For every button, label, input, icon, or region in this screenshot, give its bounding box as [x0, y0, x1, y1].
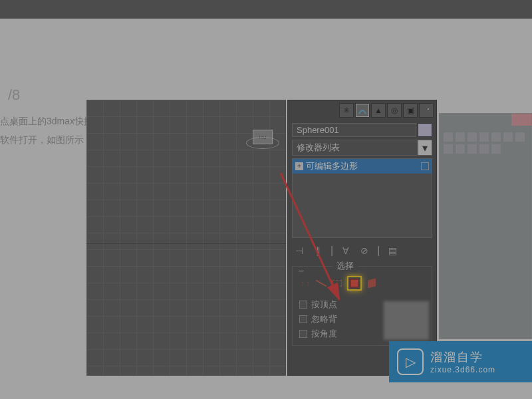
remove-modifier-icon[interactable]: ⊘: [358, 245, 370, 257]
expand-icon[interactable]: +: [295, 162, 303, 170]
border-mode-icon[interactable]: [331, 277, 343, 289]
edge-mode-icon[interactable]: [315, 277, 327, 289]
object-name-input[interactable]: [292, 123, 416, 137]
polygon-mode-icon: [350, 279, 359, 288]
stack-item-label: 可编辑多边形: [306, 160, 358, 172]
object-name-row: [292, 123, 432, 137]
vertex-mode-icon[interactable]: ⋮⋮: [299, 277, 311, 289]
brand-banner: ▷ 溜溜自学 zixue.3d66.com: [389, 341, 532, 382]
rollout-title[interactable]: 选择: [332, 260, 358, 272]
configure-sets-icon[interactable]: ▤: [386, 245, 398, 257]
horizon-axis: [86, 243, 286, 244]
instruction-line: 软件打开，如图所示：: [0, 130, 93, 149]
subobject-selection-row: ⋮⋮: [297, 271, 428, 297]
play-icon: ▷: [397, 348, 424, 375]
3d-viewport[interactable]: HU: [86, 100, 286, 376]
utilities-tab-icon[interactable]: [419, 103, 434, 118]
instruction-line: 点桌面上的3dmax快捷: [0, 112, 93, 130]
brand-url: zixue.3d66.com: [430, 365, 495, 374]
modifier-list-label: 修改器列表: [292, 140, 418, 156]
object-ring: [246, 137, 279, 149]
modifier-list-dropdown[interactable]: 修改器列表 ▾: [292, 140, 432, 156]
step-total: /8: [8, 86, 20, 103]
background-ui-panel: [439, 113, 532, 339]
by-angle-checkbox[interactable]: [299, 330, 307, 338]
make-unique-icon[interactable]: ∀: [340, 245, 352, 257]
modifier-stack[interactable]: + 可编辑多边形: [292, 158, 432, 238]
polygon-mode-button[interactable]: [347, 276, 362, 291]
command-panel: ✳ ▲ ◎ ▣ 修改器列表 ▾ + 可编辑多边形 ⊣ ∥ | ∀ ⊘ | ▤ −: [287, 100, 437, 376]
ignore-backfacing-label: 忽略背: [311, 313, 337, 325]
object-color-swatch[interactable]: [418, 123, 432, 137]
stack-item-editable-poly[interactable]: + 可编辑多边形: [293, 159, 432, 174]
collapse-icon[interactable]: −: [298, 265, 304, 277]
by-angle-label: 按角度: [311, 328, 337, 340]
ignore-backfacing-checkbox[interactable]: [299, 315, 307, 323]
step-number: /8: [8, 86, 20, 104]
instructions-text: 点桌面上的3dmax快捷 软件打开，如图所示：: [0, 112, 93, 149]
close-icon: [511, 114, 531, 126]
motion-tab-icon[interactable]: ◎: [387, 103, 402, 118]
top-bar: [0, 0, 532, 19]
category-tabs: ✳ ▲ ◎ ▣: [288, 100, 436, 120]
hierarchy-tab-icon[interactable]: ▲: [371, 103, 386, 118]
stack-tools: ⊣ ∥ | ∀ ⊘ | ▤: [292, 242, 432, 259]
pin-stack-icon[interactable]: ⊣: [293, 245, 305, 257]
modify-tab-icon[interactable]: [355, 103, 370, 118]
display-tab-icon[interactable]: ▣: [403, 103, 418, 118]
show-end-result-icon[interactable]: ∥: [312, 245, 324, 257]
blurred-region: [384, 301, 429, 340]
selection-rollout: − 选择 ⋮⋮ 按顶点 忽略背 按角度: [292, 266, 432, 346]
brand-name: 溜溜自学: [430, 349, 495, 365]
chevron-down-icon[interactable]: ▾: [418, 140, 432, 156]
element-mode-icon[interactable]: [366, 277, 378, 289]
by-vertex-checkbox[interactable]: [299, 301, 307, 309]
create-tab-icon[interactable]: ✳: [339, 103, 354, 118]
stack-toggle-icon[interactable]: [421, 162, 429, 170]
viewport-grid: HU: [86, 100, 286, 376]
by-vertex-label: 按顶点: [311, 299, 337, 311]
